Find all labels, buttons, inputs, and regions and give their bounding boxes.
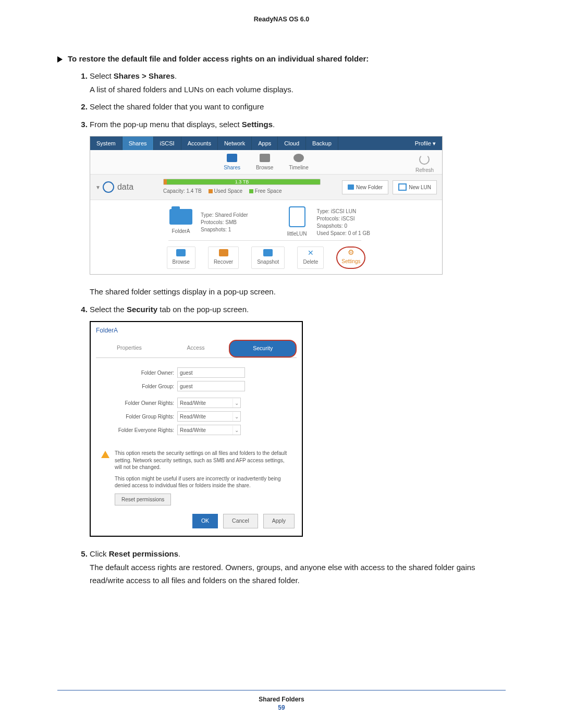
step-3-follow: The shared folder settings display in a … (90, 285, 506, 299)
tool-snapshot[interactable]: Snapshot (251, 246, 285, 269)
lun-icon (398, 183, 407, 191)
sub-nav: Shares Browse Timeline Refresh (90, 150, 442, 175)
nav-cloud[interactable]: Cloud (278, 137, 306, 150)
section-heading: To restore the default file and folder a… (57, 54, 506, 63)
folder-group-label: Folder Group: (101, 382, 174, 391)
chevron-down-icon: ⌄ (232, 399, 240, 408)
folder-owner-label: Folder Owner: (101, 368, 174, 377)
tool-settings[interactable]: ⚙ Settings (336, 246, 365, 269)
step-1: Select Shares > Shares. A list of shared… (90, 69, 506, 96)
nav-profile[interactable]: Profile ▾ (409, 137, 442, 150)
reset-permissions-button[interactable]: Reset permissions (115, 493, 171, 506)
tab-access[interactable]: Access (163, 340, 229, 357)
shares-screenshot: System Shares iSCSI Accounts Network App… (90, 136, 443, 275)
chevron-down-icon: ⌄ (232, 412, 240, 421)
subnav-browse[interactable]: Browse (256, 154, 273, 174)
top-nav: System Shares iSCSI Accounts Network App… (90, 137, 442, 150)
lun-item[interactable]: littleLUN Type: iSCSI LUN Protocols: iSC… (285, 206, 370, 238)
tool-delete[interactable]: ✕ Delete (297, 246, 324, 269)
tab-properties[interactable]: Properties (96, 340, 163, 357)
capacity-bar: 1.3 TB (163, 179, 321, 185)
everyone-rights-label: Folder Everyone Rights: (101, 426, 174, 435)
nav-backup[interactable]: Backup (306, 137, 338, 150)
folder-group-input[interactable]: guest (177, 381, 245, 391)
clock-icon (293, 154, 304, 162)
warning-icon (101, 451, 109, 458)
page-header: ReadyNAS OS 6.0 (57, 16, 506, 23)
gear-icon: ⚙ (346, 249, 356, 256)
popup-tabs: Properties Access Security (96, 340, 297, 358)
browse-icon (176, 249, 186, 256)
nav-apps[interactable]: Apps (252, 137, 278, 150)
step-4: Select the Security tab on the pop-up sc… (90, 303, 506, 537)
lun-drive-icon (289, 206, 305, 227)
snapshot-icon (263, 249, 273, 256)
folder-icon (227, 154, 237, 162)
nav-system[interactable]: System (90, 137, 123, 150)
group-rights-label: Folder Group Rights: (101, 412, 174, 421)
nav-accounts[interactable]: Accounts (181, 137, 218, 150)
owner-rights-select[interactable]: Read/Write⌄ (177, 398, 241, 408)
nav-shares[interactable]: Shares (123, 137, 154, 150)
folder-plus-icon (348, 184, 354, 190)
new-lun-button[interactable]: New LUN (393, 180, 437, 194)
refresh-icon (419, 154, 430, 165)
volume-icon (103, 181, 114, 193)
folder-item[interactable]: FolderA Type: Shared Folder Protocols: S… (168, 206, 248, 238)
step-3: From the pop-up menu that displays, sele… (90, 118, 506, 299)
popup-title: FolderA (91, 322, 302, 336)
owner-rights-label: Folder Owner Rights: (101, 399, 174, 408)
refresh-button[interactable]: Refresh (415, 154, 434, 175)
shared-folder-icon (169, 209, 192, 225)
tab-security[interactable]: Security (229, 340, 297, 357)
everyone-rights-select[interactable]: Read/Write⌄ (177, 425, 241, 435)
security-popup: FolderA Properties Access Security Folde… (90, 321, 303, 537)
new-folder-button[interactable]: New Folder (342, 180, 388, 194)
capacity-meta: Capacity: 1.4 TB Used Space Free Space (163, 187, 336, 195)
warning-block: This option resets the security settings… (101, 450, 291, 505)
volume-row: ▼ data 1.3 TB Capacity: 1.4 TB Used Spac… (90, 175, 442, 200)
delete-icon: ✕ (306, 249, 315, 256)
arrow-icon (57, 56, 63, 63)
step-5: Click Reset permissions. The default acc… (90, 547, 506, 587)
apply-button[interactable]: Apply (263, 514, 295, 528)
step-2: Select the shared folder that you want t… (90, 100, 506, 114)
subnav-timeline[interactable]: Timeline (289, 154, 308, 174)
volume-label[interactable]: ▼ data (95, 180, 163, 194)
browse-icon (260, 154, 270, 162)
group-rights-select[interactable]: Read/Write⌄ (177, 411, 241, 422)
chevron-down-icon: ▼ (95, 183, 101, 192)
step-5-desc: The default access rights are restored. … (90, 561, 506, 587)
tool-recover[interactable]: Recover (208, 246, 239, 269)
chevron-down-icon: ⌄ (232, 426, 240, 435)
cancel-button[interactable]: Cancel (223, 514, 258, 528)
step-1-desc: A list of shared folders and LUNs on eac… (90, 83, 506, 96)
nav-iscsi[interactable]: iSCSI (154, 137, 181, 150)
recover-icon (219, 249, 228, 256)
tool-browse[interactable]: Browse (167, 246, 195, 269)
folder-toolbar: Browse Recover Snapshot ✕ Delete (90, 242, 442, 274)
nav-network[interactable]: Network (218, 137, 252, 150)
subnav-shares[interactable]: Shares (224, 154, 240, 174)
ok-button[interactable]: OK (192, 514, 218, 528)
page-footer: Shared Folders 59 (57, 690, 506, 711)
folder-owner-input[interactable]: guest (177, 367, 245, 378)
